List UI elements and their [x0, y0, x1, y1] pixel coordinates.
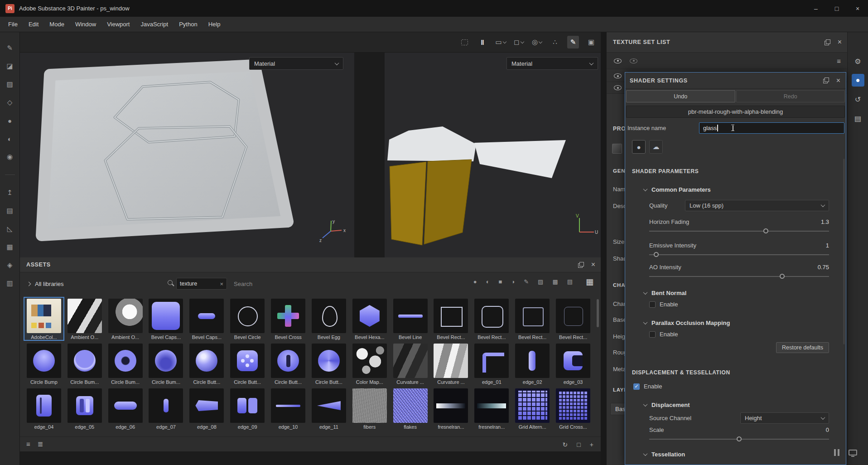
- eye-icon[interactable]: [614, 85, 622, 90]
- undo-button[interactable]: Undo: [626, 90, 735, 102]
- asset-tile[interactable]: Bevel Circle: [227, 297, 267, 340]
- asset-tile[interactable]: Bevel Rect...: [472, 297, 511, 340]
- asset-tile[interactable]: edge_01: [472, 342, 511, 385]
- filter-brushes-icon[interactable]: ✎: [524, 278, 529, 285]
- bake-icon[interactable]: ◈: [4, 259, 16, 271]
- asset-tile[interactable]: flakes: [391, 387, 430, 430]
- asset-tile[interactable]: Circle Bump: [24, 342, 64, 385]
- dialog-scrollbar[interactable]: [843, 159, 845, 344]
- menu-item[interactable]: Help: [203, 17, 226, 32]
- asset-tile[interactable]: Circle Bum...: [146, 342, 186, 385]
- render-view-icon[interactable]: ◎: [531, 36, 543, 48]
- asset-tile[interactable]: fibers: [350, 387, 390, 430]
- asset-tile[interactable]: Circle Butt...: [227, 342, 267, 385]
- maximize-button[interactable]: □: [826, 0, 847, 17]
- viewport-2d[interactable]: Material V U: [385, 53, 601, 257]
- common-parameters-group[interactable]: Common Parameters: [644, 186, 846, 193]
- filter-alphas-icon[interactable]: ▨: [538, 278, 543, 285]
- slider-handle[interactable]: [780, 274, 785, 279]
- asset-tile[interactable]: Circle Bum...: [65, 342, 105, 385]
- slider-handle[interactable]: [763, 228, 768, 233]
- search-input[interactable]: Search: [234, 281, 252, 287]
- asset-tile[interactable]: edge_11: [309, 387, 349, 430]
- menu-item[interactable]: Viewport: [101, 17, 135, 32]
- tessellation-group[interactable]: Tessellation: [644, 451, 846, 458]
- particles-icon[interactable]: ∴: [549, 36, 561, 48]
- emissive-intensity-slider[interactable]: [649, 251, 829, 258]
- close-icon[interactable]: ×: [591, 261, 595, 268]
- filter-environments-icon[interactable]: ▤: [567, 278, 573, 285]
- scene-icon[interactable]: ▤: [4, 205, 16, 217]
- shader-name-button[interactable]: pbr-metal-rough-with-alpha-blending: [626, 106, 845, 118]
- menu-item[interactable]: Window: [70, 17, 101, 32]
- eye-uv-icon[interactable]: [630, 58, 637, 63]
- right-material-mode-dropdown[interactable]: Material: [506, 57, 598, 70]
- grid-view-icon[interactable]: ▦: [586, 277, 593, 287]
- menu-item[interactable]: Mode: [44, 17, 70, 32]
- frame-icon[interactable]: □: [577, 441, 580, 448]
- search-filter-chip[interactable]: texture ×: [176, 278, 227, 290]
- asset-tile[interactable]: Circle Butt...: [268, 342, 308, 385]
- shader-settings-icon[interactable]: ●: [852, 74, 864, 87]
- mesh-view-icon[interactable]: ◻: [513, 36, 525, 48]
- asset-tile[interactable]: edge_02: [512, 342, 552, 385]
- list-view-icon[interactable]: ≡: [26, 440, 30, 448]
- history-icon[interactable]: ↺: [852, 93, 864, 106]
- display-grid-icon[interactable]: ▦: [4, 241, 16, 253]
- menu-item[interactable]: JavaScript: [135, 17, 174, 32]
- slider-handle[interactable]: [654, 252, 659, 257]
- asset-tile[interactable]: edge_08: [187, 387, 227, 430]
- asset-tile[interactable]: Grid Altern...: [512, 387, 552, 430]
- asset-tile[interactable]: Bevel Rect...: [431, 297, 471, 340]
- parallax-occlusion-group[interactable]: Parallax Occlusion Mapping: [644, 320, 846, 326]
- asset-tile[interactable]: AdobeCol...: [24, 297, 64, 340]
- measure-icon[interactable]: ◺: [4, 223, 16, 235]
- asset-tile[interactable]: Curvature ...: [431, 342, 471, 385]
- asset-tile[interactable]: edge_09: [227, 387, 267, 430]
- filter-smart-masks-icon[interactable]: ■: [498, 278, 502, 285]
- projection-tool-icon[interactable]: ▨: [4, 78, 16, 90]
- asset-tile[interactable]: Bevel Caps...: [146, 297, 186, 340]
- library-selector[interactable]: All libraries: [27, 281, 64, 287]
- paint-mode-icon[interactable]: ▭: [495, 36, 506, 48]
- viewport-3d[interactable]: Material: [20, 53, 354, 257]
- asset-tile[interactable]: edge_03: [553, 342, 593, 385]
- asset-tile[interactable]: fresnelran...: [472, 387, 511, 430]
- export-icon[interactable]: ↥: [4, 187, 16, 199]
- shader-material-tab[interactable]: ●: [632, 140, 646, 154]
- restore-defaults-button[interactable]: Restore defaults: [776, 342, 829, 353]
- sort-filter-icon[interactable]: ≡: [837, 57, 841, 65]
- asset-tile[interactable]: Circle Butt...: [309, 342, 349, 385]
- ao-intensity-slider[interactable]: [649, 273, 829, 280]
- filter-textures-icon[interactable]: ▩: [552, 278, 558, 285]
- asset-tile[interactable]: edge_06: [106, 387, 145, 430]
- filter-materials-icon[interactable]: ●: [473, 278, 477, 285]
- bent-normal-enable-checkbox[interactable]: [649, 301, 656, 308]
- chip-remove-icon[interactable]: ×: [220, 281, 223, 287]
- eye-icon[interactable]: [614, 73, 622, 78]
- asset-tile[interactable]: Bevel Rect...: [512, 297, 552, 340]
- asset-tile[interactable]: Color Map...: [350, 342, 390, 385]
- asset-tile[interactable]: Bevel Egg: [309, 297, 349, 340]
- shader-environment-tab[interactable]: ☁: [649, 140, 663, 154]
- dock-panel-icon[interactable]: [578, 262, 584, 268]
- asset-tile[interactable]: edge_05: [65, 387, 105, 430]
- close-button[interactable]: ×: [847, 0, 868, 17]
- menu-item[interactable]: File: [3, 17, 23, 32]
- assets-scrollbar[interactable]: [597, 299, 599, 327]
- filter-smart-materials-icon[interactable]: ◐: [486, 278, 490, 285]
- horizon-fading-slider[interactable]: [649, 228, 829, 235]
- asset-tile[interactable]: fresnelran...: [431, 387, 471, 430]
- bent-normal-group[interactable]: Bent Normal: [644, 290, 846, 296]
- clone-tool-icon[interactable]: ◐: [4, 133, 16, 145]
- displacement-enable-checkbox[interactable]: [633, 383, 640, 390]
- asset-tile[interactable]: Bevel Caps...: [187, 297, 227, 340]
- filter-filters-icon[interactable]: ◑: [511, 278, 515, 285]
- render-display-icon[interactable]: [849, 450, 857, 455]
- close-icon[interactable]: ×: [838, 39, 842, 46]
- asset-tile[interactable]: Bevel Cross: [268, 297, 308, 340]
- material-picker-tool-icon[interactable]: ◉: [4, 151, 16, 163]
- left-material-mode-dropdown[interactable]: Material: [249, 57, 343, 70]
- asset-tile[interactable]: Bevel Hexa...: [350, 297, 390, 340]
- eraser-tool-icon[interactable]: ◪: [4, 60, 16, 72]
